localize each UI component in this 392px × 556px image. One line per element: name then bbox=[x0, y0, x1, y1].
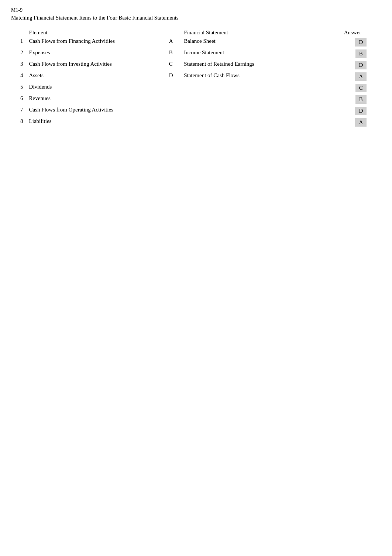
page-title: Matching Financial Statement Items to th… bbox=[11, 15, 381, 21]
col-header-answer: Answer bbox=[341, 28, 381, 37]
fs-name bbox=[181, 105, 341, 117]
element-label: Dividends bbox=[26, 82, 166, 94]
element-label: Revenues bbox=[26, 94, 166, 105]
answer-cell: B bbox=[341, 94, 381, 105]
fs-name: Balance Sheet bbox=[181, 37, 341, 48]
col-header-num bbox=[11, 28, 26, 37]
fs-name: Statement of Retained Earnings bbox=[181, 59, 341, 71]
answer-cell: D bbox=[341, 105, 381, 117]
element-label: Cash Flows from Investing Activities bbox=[26, 59, 166, 71]
fs-letter: A bbox=[166, 37, 181, 48]
fs-letter: D bbox=[166, 71, 181, 82]
element-label: Assets bbox=[26, 71, 166, 82]
element-label: Liabilities bbox=[26, 117, 166, 128]
element-label: Expenses bbox=[26, 48, 166, 59]
fs-name: Income Statement bbox=[181, 48, 341, 59]
fs-letter: B bbox=[166, 48, 181, 59]
row-num: 8 bbox=[11, 117, 26, 128]
fs-letter: C bbox=[166, 59, 181, 71]
fs-letter bbox=[166, 94, 181, 105]
row-num: 6 bbox=[11, 94, 26, 105]
row-num: 5 bbox=[11, 82, 26, 94]
fs-name: Statement of Cash Flows bbox=[181, 71, 341, 82]
row-num: 2 bbox=[11, 48, 26, 59]
fs-letter bbox=[166, 117, 181, 128]
fs-name bbox=[181, 82, 341, 94]
row-num: 1 bbox=[11, 37, 26, 48]
page-id: M1-9 bbox=[11, 7, 381, 13]
col-header-financial-statement: Financial Statement bbox=[181, 28, 341, 37]
element-label: Cash Flows from Financing Activitiies bbox=[26, 37, 166, 48]
fs-name bbox=[181, 117, 341, 128]
answer-cell: C bbox=[341, 82, 381, 94]
col-header-fs-letter bbox=[166, 28, 181, 37]
fs-name bbox=[181, 94, 341, 105]
answer-cell: D bbox=[341, 37, 381, 48]
answer-cell: A bbox=[341, 117, 381, 128]
row-num: 3 bbox=[11, 59, 26, 71]
fs-letter bbox=[166, 105, 181, 117]
answer-cell: D bbox=[341, 59, 381, 71]
matching-table: Element Financial Statement Answer 1Cash… bbox=[11, 28, 381, 128]
col-header-element: Element bbox=[26, 28, 166, 37]
answer-cell: B bbox=[341, 48, 381, 59]
row-num: 7 bbox=[11, 105, 26, 117]
fs-letter bbox=[166, 82, 181, 94]
element-label: Cash Flows from Operating Activities bbox=[26, 105, 166, 117]
answer-cell: A bbox=[341, 71, 381, 82]
row-num: 4 bbox=[11, 71, 26, 82]
